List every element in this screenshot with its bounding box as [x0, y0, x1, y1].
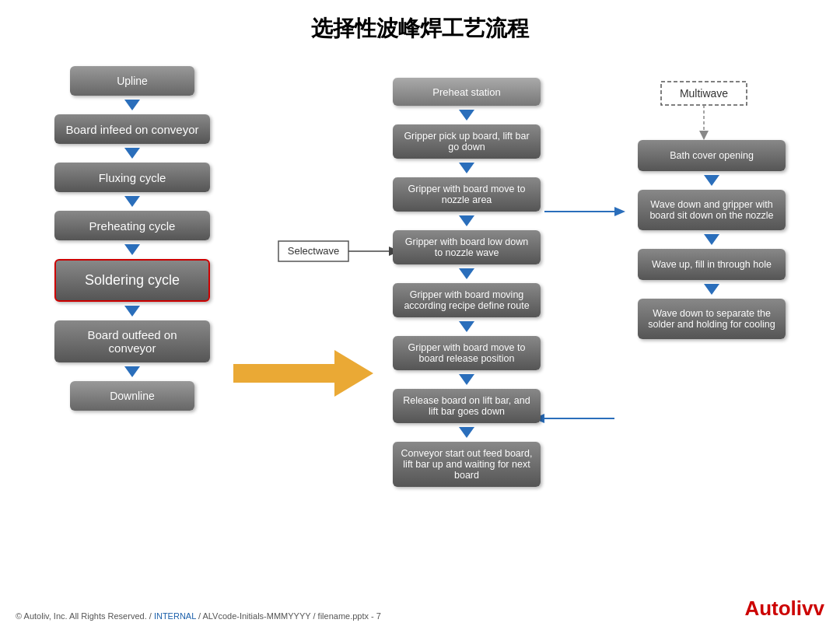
flow-box-gripper-release: Gripper with board move to board release…	[393, 336, 541, 370]
flow-box-wave-down-gripper: Wave down and gripper with board sit dow…	[638, 190, 786, 230]
flow-box-gripper-nozzle: Gripper with board move to nozzle area	[393, 177, 541, 212]
svg-marker-10	[614, 207, 625, 216]
flow-box-preheating: Preheating cycle	[54, 211, 210, 240]
arrow-right-3	[704, 284, 719, 295]
arrow-mid-5	[459, 321, 474, 332]
arrow-down-6	[124, 366, 140, 377]
flow-box-conveyor-start: Conveyor start out feed board, lift bar …	[393, 442, 541, 487]
svg-marker-8	[699, 131, 709, 140]
flow-box-preheat-station: Preheat station	[393, 78, 541, 106]
arrow-mid-4	[459, 268, 474, 279]
arrow-mid-6	[459, 374, 474, 385]
arrow-mid-7	[459, 427, 474, 438]
arrow-down-2	[124, 148, 140, 159]
footer-text: © Autoliv, Inc. All Rights Reserved. / I…	[16, 611, 381, 621]
arrow-down-5	[124, 306, 140, 317]
svg-rect-5	[661, 82, 747, 105]
flow-box-release-board: Release board on lift bar, and lift bar …	[393, 389, 541, 423]
flow-box-downline: Downline	[70, 381, 194, 411]
flow-box-gripper-moving: Gripper with board moving according reci…	[393, 283, 541, 317]
footer-path: / ALVcode-Initials-MMMYYYY / filename.pp…	[198, 611, 381, 621]
flow-box-wave-down-separate: Wave down to separate the solder and hol…	[638, 299, 786, 339]
flow-box-board-outfeed: Board outfeed on conveyor	[54, 320, 210, 362]
flow-box-wave-up: Wave up, fill in through hole	[638, 249, 786, 280]
flow-box-gripper-pickup: Gripper pick up board, lift bar go down	[393, 124, 541, 159]
flow-box-soldering: Soldering cycle	[54, 259, 210, 302]
flow-box-upline: Upline	[70, 66, 194, 96]
flow-box-fluxing: Fluxing cycle	[54, 163, 210, 192]
arrow-right-2	[704, 234, 719, 245]
arrow-mid-1	[459, 110, 474, 121]
autoliv-logo: Autolivv	[744, 597, 824, 621]
svg-marker-0	[233, 350, 373, 397]
flow-box-gripper-low: Gripper with board low down to nozzle wa…	[393, 230, 541, 264]
svg-rect-1	[278, 241, 348, 261]
arrow-down-4	[124, 244, 140, 255]
arrow-mid-2	[459, 163, 474, 173]
footer: © Autoliv, Inc. All Rights Reserved. / I…	[16, 597, 824, 621]
arrow-down-1	[124, 100, 140, 110]
flow-box-board-infeed: Board infeed on conveyor	[54, 114, 210, 144]
flow-box-bath-cover: Bath cover opening	[638, 140, 786, 171]
svg-text:Multiwave: Multiwave	[680, 87, 728, 100]
svg-text:Selectwave: Selectwave	[288, 245, 339, 257]
arrow-mid-3	[459, 215, 474, 226]
page-title: 选择性波峰焊工艺流程	[0, 0, 840, 51]
arrow-right-1	[704, 175, 719, 186]
copyright-text: © Autoliv, Inc. All Rights Reserved. /	[16, 611, 152, 621]
internal-link[interactable]: INTERNAL	[154, 611, 196, 621]
arrow-down-3	[124, 196, 140, 207]
